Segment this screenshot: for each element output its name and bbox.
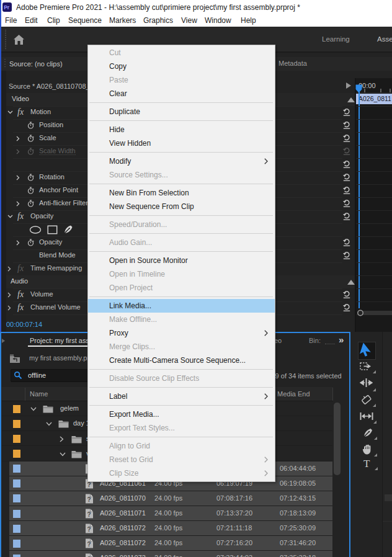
svg-text:?: ?: [87, 496, 91, 502]
svg-text:?: ?: [87, 511, 91, 518]
svg-text:?: ?: [87, 526, 91, 533]
svg-text:?: ?: [87, 541, 91, 548]
